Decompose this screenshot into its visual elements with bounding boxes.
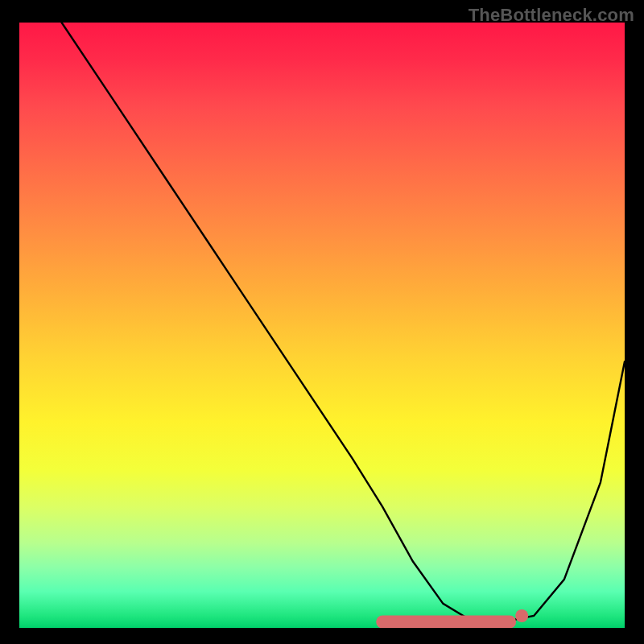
- plot-area: [19, 23, 625, 628]
- brand-watermark: TheBottleneck.com: [469, 5, 634, 26]
- optimal-point-dot: [515, 609, 528, 622]
- curve-layer: [19, 23, 625, 628]
- chart-frame: TheBottleneck.com: [0, 0, 644, 644]
- bottleneck-curve: [62, 23, 625, 622]
